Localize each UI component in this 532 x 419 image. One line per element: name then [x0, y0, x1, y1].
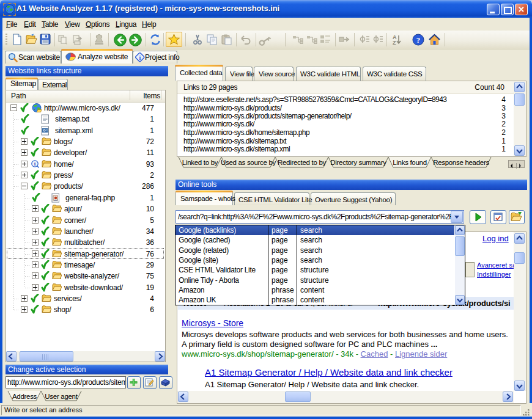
- svg-text:Used as source by: Used as source by: [221, 159, 276, 166]
- svg-text:User agent: User agent: [45, 393, 78, 400]
- svg-text:Linked to by: Linked to by: [182, 159, 218, 166]
- svg-text:Z: Z: [393, 40, 396, 46]
- svg-text:Redirected to by: Redirected to by: [278, 159, 326, 166]
- svg-text:Directory summary: Directory summary: [330, 159, 386, 166]
- svg-text:Links found: Links found: [393, 159, 427, 166]
- svg-text:?: ?: [416, 35, 421, 45]
- svg-text:Address: Address: [12, 393, 37, 400]
- svg-text:i: i: [139, 54, 141, 61]
- svg-text:Response headers: Response headers: [433, 159, 489, 166]
